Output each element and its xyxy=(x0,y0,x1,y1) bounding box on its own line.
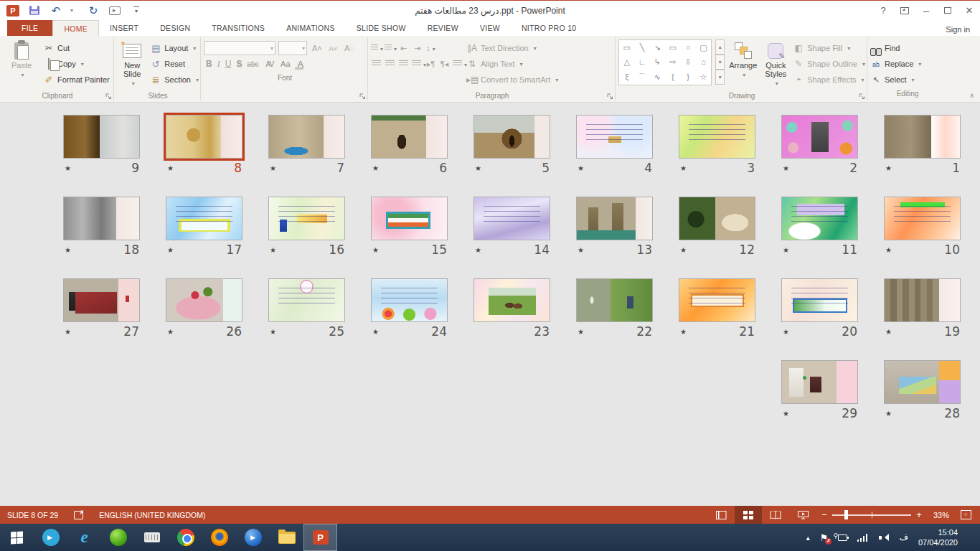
slide-thumbnail-3[interactable] xyxy=(679,115,755,159)
customize-quick-access-button[interactable] xyxy=(129,3,143,19)
pentagon-shape-icon[interactable]: ⌂ xyxy=(701,58,706,66)
start-taskbar-button[interactable] xyxy=(0,524,34,551)
decrease-font-size-button[interactable] xyxy=(327,43,339,53)
font-name-combobox[interactable] xyxy=(204,41,275,55)
media-player-taskbar-button[interactable] xyxy=(236,524,270,551)
slide-thumbnail-1[interactable] xyxy=(884,115,961,159)
format-painter-button[interactable]: Format Painter xyxy=(43,72,110,88)
numbering-button[interactable] xyxy=(385,44,395,52)
new-slide-dropdown[interactable] xyxy=(130,78,135,88)
slide-thumbnail-22[interactable] xyxy=(576,278,653,322)
tab-design[interactable]: DESIGN xyxy=(149,20,201,36)
change-case-button[interactable] xyxy=(276,59,292,69)
help-button[interactable] xyxy=(872,1,894,20)
slide-thumbnail-20[interactable] xyxy=(781,278,858,322)
slide-thumbnail-16[interactable] xyxy=(268,197,345,240)
fit-slide-to-window-button[interactable]: ⁘ xyxy=(956,506,976,524)
arrange-button[interactable]: Arrange xyxy=(727,38,758,90)
slide-show-view-button[interactable] xyxy=(789,506,816,524)
shape-effects-button[interactable]: Shape Effects xyxy=(793,72,865,88)
increase-indent-button[interactable]: ⇥ xyxy=(412,44,423,53)
restore-button[interactable] xyxy=(937,1,958,20)
keyboard-language-indicator[interactable]: ف xyxy=(899,532,908,542)
tab-insert[interactable]: INSERT xyxy=(99,20,149,36)
layout-button[interactable]: Layout xyxy=(150,40,199,56)
italic-button[interactable] xyxy=(215,59,222,70)
clock[interactable]: 15:04 07/04/2020 xyxy=(918,527,963,547)
shapes-gallery[interactable]: ▭╲↘▭○▢△∟↳⇨⇩⌂ξ⌒∿{}☆ xyxy=(618,39,712,85)
strikethrough-button[interactable] xyxy=(245,59,260,69)
clear-formatting-button[interactable] xyxy=(342,43,357,53)
close-button[interactable] xyxy=(958,1,980,20)
tab-transitions[interactable]: TRANSITIONS xyxy=(201,20,275,36)
slide-thumbnail-13[interactable] xyxy=(576,197,653,240)
character-spacing-button[interactable] xyxy=(261,59,275,69)
left-to-right-button[interactable]: ▸¶ xyxy=(425,60,436,69)
reset-button[interactable]: Reset xyxy=(150,56,199,72)
slide-thumbnail-24[interactable] xyxy=(371,278,448,322)
slide-thumbnail-29[interactable] xyxy=(781,360,858,404)
green-browser-taskbar-button[interactable] xyxy=(101,524,135,551)
align-left-button[interactable] xyxy=(371,60,382,68)
normal-view-button[interactable] xyxy=(707,506,735,524)
chrome-taskbar-button[interactable] xyxy=(169,524,202,551)
slide-thumbnail-27[interactable] xyxy=(63,278,140,322)
slide-thumbnail-11[interactable] xyxy=(781,197,858,240)
shapes-scroll-up[interactable]: ▲ xyxy=(715,39,725,55)
ribbon-display-options-button[interactable] xyxy=(894,1,915,20)
bullets-button[interactable] xyxy=(371,44,382,52)
drawing-dialog-launcher[interactable] xyxy=(859,93,865,100)
internet-explorer-taskbar-button[interactable]: e xyxy=(67,524,101,551)
font-color-button[interactable] xyxy=(293,59,306,70)
slide-thumbnail-15[interactable] xyxy=(371,197,448,240)
replace-button[interactable]: Replace xyxy=(870,56,945,72)
slide-thumbnail-12[interactable] xyxy=(679,197,755,240)
right-to-left-button[interactable]: ¶◂ xyxy=(439,60,450,69)
new-slide-button[interactable]: New Slide xyxy=(117,38,147,90)
slide-thumbnail-21[interactable] xyxy=(679,278,755,322)
zoom-in-button[interactable]: + xyxy=(911,509,927,520)
undo-dropdown[interactable]: ▾ xyxy=(65,3,79,19)
minimize-button[interactable] xyxy=(915,1,937,20)
start-from-beginning-button[interactable] xyxy=(108,3,122,19)
slide-thumbnail-17[interactable] xyxy=(166,197,242,240)
slide-thumbnail-5[interactable] xyxy=(473,115,550,159)
zoom-slider[interactable] xyxy=(832,506,911,524)
paragraph-dialog-launcher[interactable] xyxy=(607,93,613,100)
volume-icon[interactable] xyxy=(879,534,889,542)
slide-thumbnail-26[interactable] xyxy=(166,278,242,322)
powerpoint-taskbar-button[interactable] xyxy=(303,524,337,551)
zoom-out-button[interactable]: − xyxy=(816,509,832,520)
slide-thumbnail-28[interactable] xyxy=(884,360,961,404)
slide-thumbnail-23[interactable] xyxy=(473,278,550,322)
slide-thumbnail-4[interactable] xyxy=(576,115,653,159)
rounded-rectangle-shape-icon[interactable]: ▢ xyxy=(699,44,707,52)
shape-fill-button[interactable]: Shape Fill xyxy=(793,40,865,56)
undo-button[interactable] xyxy=(49,3,63,19)
select-button[interactable]: Select xyxy=(870,72,945,88)
line-shape-icon[interactable]: ╲ xyxy=(640,44,645,52)
quick-styles-button[interactable]: Quick Styles xyxy=(761,38,790,90)
align-text-button[interactable]: ⇅Align Text xyxy=(466,56,558,72)
slide-thumbnail-10[interactable] xyxy=(884,197,961,240)
action-center-icon[interactable]: ⚑ xyxy=(820,532,829,543)
slide-thumbnail-9[interactable] xyxy=(63,115,140,159)
collapse-ribbon-button[interactable]: ∧ xyxy=(969,92,974,99)
line-spacing-button[interactable]: ↕ xyxy=(425,44,436,52)
triangle-shape-icon[interactable]: △ xyxy=(623,58,629,66)
firefox-taskbar-button[interactable] xyxy=(202,524,236,551)
paste-button[interactable]: Paste xyxy=(3,38,40,90)
language-indicator[interactable]: ENGLISH (UNITED KINGDOM) xyxy=(99,511,205,519)
tab-file[interactable]: FILE xyxy=(7,20,52,36)
left-brace-shape-icon[interactable]: { xyxy=(672,73,674,81)
convert-to-smartart-button[interactable]: ▸▤Convert to SmartArt xyxy=(466,72,558,88)
down-arrow-shape-icon[interactable]: ⇩ xyxy=(684,58,691,66)
text-box-shape-icon[interactable]: ▭ xyxy=(623,44,630,52)
tab-view[interactable]: VIEW xyxy=(469,20,511,36)
zoom-slider-thumb[interactable] xyxy=(844,510,848,519)
rectangle-shape-icon[interactable]: ▭ xyxy=(669,44,677,52)
freeform-shape-icon[interactable]: ξ xyxy=(625,73,628,81)
slide-thumbnail-2[interactable] xyxy=(781,115,858,159)
right-brace-shape-icon[interactable]: } xyxy=(687,73,689,81)
shapes-scroll-down[interactable]: ▼ xyxy=(715,55,725,70)
